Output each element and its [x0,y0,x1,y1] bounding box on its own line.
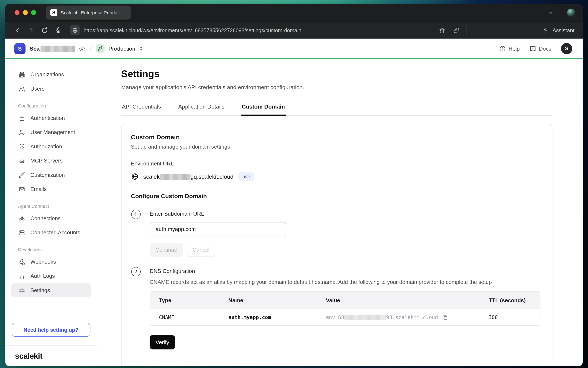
sidebar-item-settings[interactable]: Settings [11,283,91,297]
forward-icon[interactable] [27,26,35,34]
microphone-icon[interactable] [54,26,62,34]
record-value-suffix: 93.scalekit.cloud [386,314,438,320]
tab-custom-domain[interactable]: Custom Domain [241,100,286,116]
redacted-workspace-name [40,46,75,51]
live-status-badge: Live [238,172,254,181]
step-1: 1 Enter Subdomain URL Continue Cancel [131,210,543,257]
minimize-button[interactable] [23,10,28,15]
sidebar-item-label: Customization [30,172,65,178]
sidebar-item-label: Webhooks [30,259,56,265]
sidebar-item-authorization[interactable]: Authorization [11,139,91,154]
assistant-icon [543,27,549,34]
cancel-button[interactable]: Cancel [187,243,215,257]
dns-table-header: Type Name Value TTL (seconds) [150,292,540,309]
column-header-ttl: TTL (seconds) [480,297,540,303]
workspace-settings-gear-icon[interactable] [79,45,86,52]
address-bar[interactable]: https://app.scalekit.cloud/ws/environmen… [84,27,434,33]
record-value: env_6893.scalekit.cloud [317,314,480,320]
sidebar-item-label: Emails [30,186,47,192]
environment-switcher-icon[interactable] [138,46,144,51]
help-button[interactable]: Help [499,45,520,52]
sidebar-item-emails[interactable]: Emails [11,182,91,196]
sidebar-item-label: Authorization [30,144,62,149]
sidebar-item-connected-accounts[interactable]: Connected Accounts [11,226,91,240]
sidebar-item-label: Users [30,86,45,92]
card-subtitle: Set up and manage your domain settings [131,144,543,150]
verify-button[interactable]: Verify [150,335,175,350]
card-title: Custom Domain [131,134,543,141]
sidebar-item-label: Organizations [30,72,64,77]
environment-name[interactable]: Production [108,45,135,52]
tab-api-credentials[interactable]: API Credentials [121,100,162,116]
close-button[interactable] [15,10,19,15]
sidebar-item-label: Auth Logs [30,273,55,279]
sidebar-item-label: User Management [30,129,75,135]
user-gear-icon [18,129,26,136]
bookmark-star-icon[interactable] [438,26,446,34]
bar-chart-icon [18,273,26,280]
column-header-type: Type [150,297,220,303]
sidebar-item-connections[interactable]: Connections [11,211,91,226]
browser-tab[interactable]: S Scalekit | Enterprise Ready A [46,6,131,20]
back-icon[interactable] [13,26,22,34]
sidebar-item-authentication[interactable]: Authentication [11,111,91,125]
subdomain-input[interactable] [150,222,286,237]
help-label: Help [509,46,520,51]
environment-url-label: Environment URL [131,161,543,166]
main-content: Settings Manage your application's API c… [97,59,583,366]
step-connector-line [135,222,136,257]
browser-profile-avatar[interactable] [567,9,575,17]
sidebar-item-user-management[interactable]: User Management [11,125,91,139]
user-avatar[interactable]: S [561,43,572,54]
lock-icon [18,114,26,122]
sidebar-item-auth-logs[interactable]: Auth Logs [11,269,91,283]
sidebar-item-mcp-servers[interactable]: MCP Servers [11,153,91,168]
copy-icon[interactable] [442,314,448,320]
organizations-icon [18,71,26,78]
users-icon [18,85,26,92]
tab-application-details[interactable]: Application Details [177,100,225,116]
copy-link-icon[interactable] [452,26,461,34]
redacted-record-value [344,315,386,320]
record-value-prefix: env_68 [326,314,344,320]
sidebar-item-customization[interactable]: Customization [11,168,91,182]
workspace-name[interactable]: Sca [29,45,75,52]
shield-check-icon [18,143,26,150]
continue-button[interactable]: Continue [150,243,183,257]
assistant-button[interactable]: Assistant [543,27,575,34]
sidebar-item-label: MCP Servers [30,158,63,164]
scalekit-app: S Sca / Production [5,38,583,366]
browser-tab-bar: S Scalekit | Enterprise Ready A [5,4,583,21]
reload-icon[interactable] [40,26,49,34]
chevron-down-icon[interactable] [547,9,555,17]
step-2-number: 2 [131,267,140,276]
dns-description: CNAME records act as an alias by mapping… [150,279,543,285]
page-title: Settings [121,68,552,80]
step-1-title: Enter Subdomain URL [150,210,543,217]
sidebar-item-webhooks[interactable]: Webhooks [11,255,91,269]
sidebar-item-organizations[interactable]: Organizations [11,67,91,82]
need-help-button[interactable]: Need help setting up? [12,323,90,337]
workspace-name-prefix: Sca [29,45,39,52]
step-2-title: DNS Configuration [150,267,543,274]
tab-title: Scalekit | Enterprise Ready A [61,10,121,15]
record-name: auth.myapp.com [219,314,317,320]
book-icon [530,45,536,52]
column-header-value: Value [317,297,480,303]
toolbar-divider [467,26,467,35]
docs-button[interactable]: Docs [530,45,551,52]
settings-tabs: API Credentials Application Details Cust… [121,100,552,116]
scalekit-wordmark: scalekit [15,351,42,361]
env-url-suffix: gq.scalekit.cloud [190,173,233,180]
sidebar-item-users[interactable]: Users [11,82,91,96]
zoom-button[interactable] [31,10,36,15]
workspace-logo[interactable]: S [14,43,26,54]
globe-icon [131,173,139,180]
site-globe-icon[interactable] [70,25,80,35]
sidebar-item-label: Authentication [30,115,65,121]
step-2: 2 DNS Configuration CNAME records act as… [131,267,543,350]
server-stack-icon [18,229,26,236]
custom-domain-card: Custom Domain Set up and manage your dom… [121,124,552,366]
sidebar-section-configuration: Configuration [5,96,97,111]
robot-icon [18,157,26,164]
